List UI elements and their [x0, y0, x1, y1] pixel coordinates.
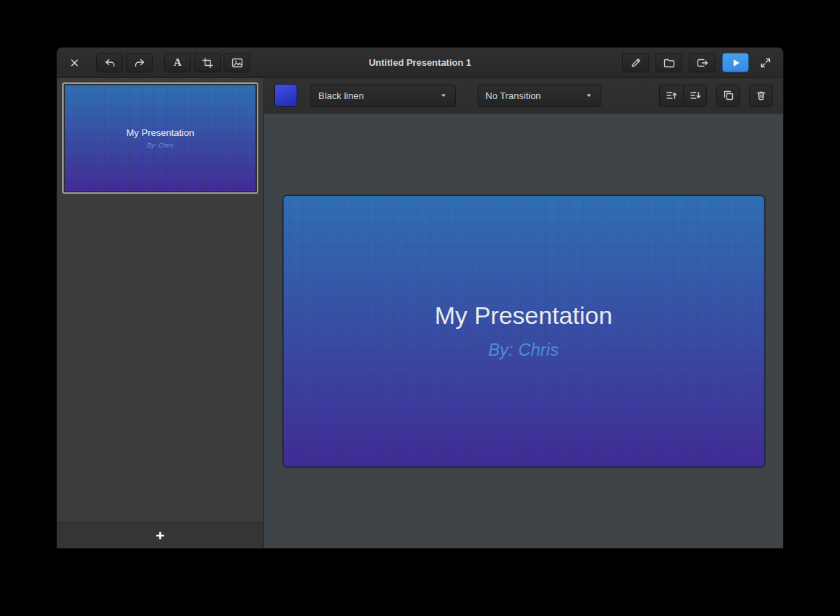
- close-button[interactable]: [64, 53, 85, 72]
- app-window: A Untitled Presentation 1: [57, 48, 783, 548]
- slide-subtitle[interactable]: By: Chris: [488, 340, 559, 360]
- folder-icon: [663, 57, 675, 69]
- transition-dropdown[interactable]: No Transition: [478, 85, 601, 107]
- duplicate-slide-button[interactable]: [716, 85, 740, 107]
- slide-toolbar: Black linen No Transition: [264, 78, 783, 114]
- main-area: Black linen No Transition: [264, 78, 783, 548]
- thumbnail-slide-title: My Presentation: [127, 127, 195, 138]
- export-button[interactable]: [689, 53, 716, 72]
- redo-icon: [134, 57, 145, 69]
- insert-shape-button[interactable]: [194, 53, 221, 72]
- copy-icon: [723, 90, 734, 101]
- thumbnail-slide-subtitle: By: Chris: [147, 142, 174, 149]
- raise-object-icon: [666, 90, 677, 101]
- edit-mode-button[interactable]: [622, 53, 649, 72]
- raise-object-button[interactable]: [659, 85, 683, 107]
- chevron-down-icon: [439, 91, 448, 100]
- slide-editor[interactable]: My Presentation By: Chris: [283, 195, 765, 467]
- add-slide-button[interactable]: +: [57, 522, 263, 548]
- pencil-icon: [630, 57, 642, 69]
- open-file-button[interactable]: [656, 53, 682, 72]
- undo-icon: [104, 57, 116, 69]
- crop-icon: [202, 57, 213, 69]
- lower-object-button[interactable]: [683, 85, 707, 107]
- pattern-dropdown-label: Black linen: [318, 90, 364, 101]
- sidebar-empty-area: [57, 198, 263, 522]
- slide-sidebar: My Presentation By: Chris +: [57, 78, 264, 548]
- present-button[interactable]: [722, 53, 749, 72]
- header-right-group: [622, 53, 776, 72]
- chevron-down-icon: [585, 91, 593, 100]
- export-icon: [697, 57, 708, 69]
- app-body: My Presentation By: Chris + Black linen: [57, 78, 783, 548]
- image-icon: [232, 57, 243, 69]
- slide-title[interactable]: My Presentation: [435, 301, 613, 330]
- background-color-button[interactable]: [274, 84, 297, 107]
- trash-icon: [755, 90, 767, 101]
- close-icon: [69, 58, 80, 68]
- delete-slide-button[interactable]: [749, 85, 773, 107]
- transition-dropdown-label: No Transition: [485, 90, 541, 101]
- fullscreen-icon: [760, 57, 771, 69]
- redo-button[interactable]: [126, 53, 153, 72]
- header-left-group: A: [64, 53, 250, 72]
- undo-button[interactable]: [96, 53, 123, 72]
- slide-thumbnail[interactable]: My Presentation By: Chris: [62, 82, 258, 194]
- fullscreen-button[interactable]: [755, 53, 776, 72]
- play-icon: [730, 57, 742, 69]
- insert-text-button[interactable]: A: [164, 53, 191, 72]
- plus-icon: +: [156, 527, 164, 544]
- lower-object-icon: [690, 90, 701, 101]
- headerbar: A Untitled Presentation 1: [57, 48, 783, 78]
- text-icon: A: [174, 56, 182, 69]
- canvas: My Presentation By: Chris: [264, 114, 783, 548]
- slide-thumbnail-preview: My Presentation By: Chris: [65, 85, 255, 191]
- pattern-dropdown[interactable]: Black linen: [310, 85, 456, 107]
- object-order-group: [659, 85, 707, 107]
- insert-image-button[interactable]: [224, 53, 250, 72]
